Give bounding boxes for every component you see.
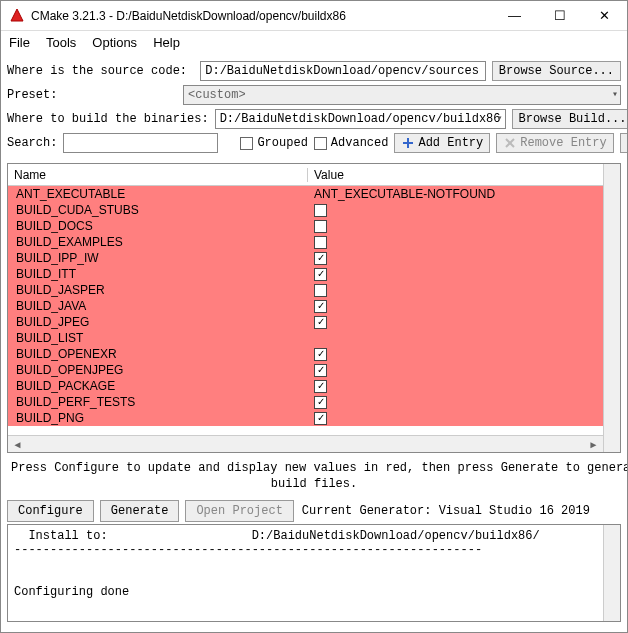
menu-help[interactable]: Help bbox=[153, 35, 180, 50]
table-row[interactable]: BUILD_OPENEXR✓ bbox=[8, 346, 603, 362]
advanced-checkbox[interactable]: Advanced bbox=[314, 136, 389, 150]
cell-name: BUILD_DOCS bbox=[8, 219, 308, 233]
source-label: Where is the source code: bbox=[7, 64, 194, 78]
current-generator-label: Current Generator: Visual Studio 16 2019 bbox=[300, 504, 590, 518]
table-row[interactable]: BUILD_JPEG✓ bbox=[8, 314, 603, 330]
cell-name: BUILD_JAVA bbox=[8, 299, 308, 313]
add-entry-button[interactable]: Add Entry bbox=[394, 133, 490, 153]
cell-value[interactable] bbox=[308, 236, 603, 249]
scroll-right-icon[interactable]: ► bbox=[586, 439, 601, 450]
cell-name: BUILD_EXAMPLES bbox=[8, 235, 308, 249]
value-checkbox[interactable] bbox=[314, 284, 327, 297]
preset-label: Preset: bbox=[7, 88, 177, 102]
svg-marker-0 bbox=[11, 9, 23, 21]
configure-button[interactable]: Configure bbox=[7, 500, 94, 522]
search-label: Search: bbox=[7, 136, 57, 150]
cell-name: BUILD_OPENJPEG bbox=[8, 363, 308, 377]
x-icon bbox=[503, 136, 517, 150]
cell-name: BUILD_PERF_TESTS bbox=[8, 395, 308, 409]
close-button[interactable]: ✕ bbox=[582, 1, 627, 30]
grouped-checkbox[interactable]: Grouped bbox=[240, 136, 307, 150]
build-input[interactable]: D:/BaiduNetdiskDownload/opencv/buildx86▾ bbox=[215, 109, 506, 129]
window-title: CMake 3.21.3 - D:/BaiduNetdiskDownload/o… bbox=[31, 9, 492, 23]
cell-name: BUILD_JASPER bbox=[8, 283, 308, 297]
cell-value[interactable]: ✓ bbox=[308, 380, 603, 393]
table-row[interactable]: ANT_EXECUTABLEANT_EXECUTABLE-NOTFOUND bbox=[8, 186, 603, 202]
table-row[interactable]: BUILD_DOCS bbox=[8, 218, 603, 234]
cell-value[interactable] bbox=[308, 284, 603, 297]
maximize-button[interactable]: ☐ bbox=[537, 1, 582, 30]
menu-tools[interactable]: Tools bbox=[46, 35, 76, 50]
menubar: File Tools Options Help bbox=[1, 31, 627, 53]
cell-name: BUILD_PNG bbox=[8, 411, 308, 425]
table-row[interactable]: BUILD_EXAMPLES bbox=[8, 234, 603, 250]
table-row[interactable]: BUILD_OPENJPEG✓ bbox=[8, 362, 603, 378]
source-input[interactable] bbox=[200, 61, 486, 81]
generate-button[interactable]: Generate bbox=[100, 500, 180, 522]
hint-text: Press Configure to update and display ne… bbox=[1, 455, 627, 498]
cell-value[interactable]: ANT_EXECUTABLE-NOTFOUND bbox=[308, 187, 603, 201]
table-row[interactable]: BUILD_LIST bbox=[8, 330, 603, 346]
table-row[interactable]: BUILD_ITT✓ bbox=[8, 266, 603, 282]
cell-value[interactable]: ✓ bbox=[308, 300, 603, 313]
column-header-name[interactable]: Name bbox=[8, 168, 308, 182]
table-row[interactable]: BUILD_PACKAGE✓ bbox=[8, 378, 603, 394]
plus-icon bbox=[401, 136, 415, 150]
value-checkbox[interactable]: ✓ bbox=[314, 348, 327, 361]
cell-value[interactable]: ✓ bbox=[308, 348, 603, 361]
value-checkbox[interactable]: ✓ bbox=[314, 300, 327, 313]
cell-name: BUILD_OPENEXR bbox=[8, 347, 308, 361]
cell-value[interactable]: ✓ bbox=[308, 412, 603, 425]
cell-name: BUILD_CUDA_STUBS bbox=[8, 203, 308, 217]
value-checkbox[interactable] bbox=[314, 236, 327, 249]
cache-table: Name Value ANT_EXECUTABLEANT_EXECUTABLE-… bbox=[7, 163, 621, 453]
cell-value[interactable]: ✓ bbox=[308, 316, 603, 329]
build-label: Where to build the binaries: bbox=[7, 112, 209, 126]
preset-select[interactable]: <custom>▾ bbox=[183, 85, 621, 105]
cell-name: BUILD_IPP_IW bbox=[8, 251, 308, 265]
cell-name: BUILD_LIST bbox=[8, 331, 308, 345]
table-row[interactable]: BUILD_JASPER bbox=[8, 282, 603, 298]
table-row[interactable]: BUILD_IPP_IW✓ bbox=[8, 250, 603, 266]
column-header-value[interactable]: Value bbox=[308, 168, 603, 182]
browse-build-button[interactable]: Browse Build... bbox=[512, 109, 629, 129]
app-icon bbox=[9, 8, 25, 24]
output-scrollbar[interactable] bbox=[603, 525, 620, 621]
cell-value[interactable] bbox=[308, 220, 603, 233]
table-row[interactable]: BUILD_PNG✓ bbox=[8, 410, 603, 426]
output-text: Install to: D:/BaiduNetdiskDownload/open… bbox=[14, 529, 614, 599]
value-checkbox[interactable]: ✓ bbox=[314, 364, 327, 377]
value-checkbox[interactable]: ✓ bbox=[314, 380, 327, 393]
cell-value[interactable]: ✓ bbox=[308, 268, 603, 281]
cell-name: BUILD_PACKAGE bbox=[8, 379, 308, 393]
value-checkbox[interactable] bbox=[314, 204, 327, 217]
cell-value[interactable]: ✓ bbox=[308, 364, 603, 377]
menu-file[interactable]: File bbox=[9, 35, 30, 50]
table-row[interactable]: BUILD_PERF_TESTS✓ bbox=[8, 394, 603, 410]
remove-entry-button: Remove Entry bbox=[496, 133, 613, 153]
cell-value[interactable]: ✓ bbox=[308, 252, 603, 265]
table-row[interactable]: BUILD_CUDA_STUBS bbox=[8, 202, 603, 218]
cell-name: BUILD_JPEG bbox=[8, 315, 308, 329]
output-log[interactable]: Install to: D:/BaiduNetdiskDownload/open… bbox=[7, 524, 621, 622]
cell-name: ANT_EXECUTABLE bbox=[8, 187, 308, 201]
value-checkbox[interactable]: ✓ bbox=[314, 252, 327, 265]
table-row[interactable]: BUILD_JAVA✓ bbox=[8, 298, 603, 314]
value-checkbox[interactable]: ✓ bbox=[314, 316, 327, 329]
scroll-left-icon[interactable]: ◄ bbox=[10, 439, 25, 450]
browse-source-button[interactable]: Browse Source... bbox=[492, 61, 621, 81]
v-scrollbar[interactable] bbox=[603, 164, 620, 452]
minimize-button[interactable]: — bbox=[492, 1, 537, 30]
cell-value[interactable] bbox=[308, 204, 603, 217]
open-project-button: Open Project bbox=[185, 500, 293, 522]
cell-name: BUILD_ITT bbox=[8, 267, 308, 281]
value-checkbox[interactable] bbox=[314, 220, 327, 233]
value-checkbox[interactable]: ✓ bbox=[314, 268, 327, 281]
cell-value[interactable]: ✓ bbox=[308, 396, 603, 409]
value-checkbox[interactable]: ✓ bbox=[314, 396, 327, 409]
environment-button[interactable]: Environment... bbox=[620, 133, 628, 153]
search-input[interactable] bbox=[63, 133, 218, 153]
menu-options[interactable]: Options bbox=[92, 35, 137, 50]
h-scrollbar[interactable]: ◄ ► bbox=[8, 435, 603, 452]
value-checkbox[interactable]: ✓ bbox=[314, 412, 327, 425]
